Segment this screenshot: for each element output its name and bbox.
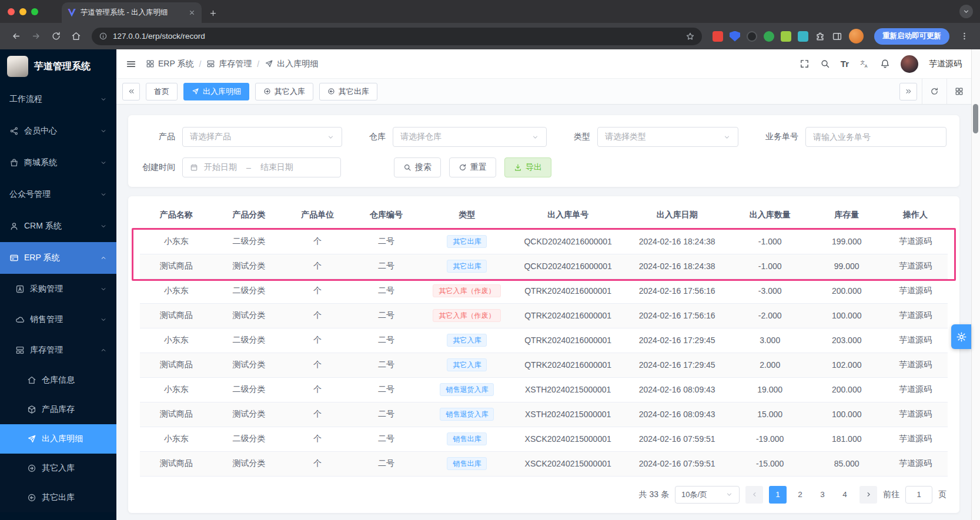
tabs-menu-button[interactable] — [946, 79, 971, 104]
biz-no-input[interactable] — [805, 127, 946, 147]
side-panel-icon[interactable] — [832, 31, 842, 42]
calendar-icon — [190, 163, 198, 172]
sidebar-item-3[interactable]: 公众号管理 — [0, 179, 116, 210]
cell-operator: 芋道源码 — [883, 279, 948, 303]
user-avatar[interactable] — [901, 55, 918, 73]
tab-0[interactable]: 首页 — [146, 83, 178, 100]
gear-icon — [956, 331, 967, 343]
cell-type: 其它入库（作废） — [423, 303, 511, 328]
reload-button[interactable] — [47, 28, 65, 45]
page-scrollbar[interactable] — [971, 49, 980, 520]
scrollbar-thumb[interactable] — [973, 104, 978, 133]
cell-date: 2024-02-16 17:56:16 — [624, 279, 730, 303]
page-button-3[interactable]: 3 — [814, 486, 831, 504]
sidebar-item-13[interactable]: 其它出库 — [0, 483, 116, 512]
extension-teal-icon[interactable] — [798, 31, 808, 42]
extension-lime-icon[interactable] — [781, 31, 791, 42]
collapse-sidebar-icon[interactable] — [126, 59, 136, 69]
sidebar-item-0[interactable]: 工作流程 — [0, 83, 116, 115]
sidebar-item-7[interactable]: 销售管理 — [0, 304, 116, 335]
site-info-icon[interactable] — [99, 32, 108, 41]
sidebar-item-4[interactable]: CRM 系统 — [0, 210, 116, 242]
page-content: 产品 请选择产品 仓库 请选择仓库 类型 — [116, 105, 971, 520]
minimize-window-button[interactable] — [19, 8, 26, 15]
sidebar-item-12[interactable]: 其它入库 — [0, 454, 116, 483]
sidebar-menu: 工作流程会员中心商城系统公众号管理CRM 系统ERP 系统采购管理销售管理库存管… — [0, 83, 116, 520]
sidebar-item-11[interactable]: 出入库明细 — [0, 424, 116, 454]
theme-settings-button[interactable] — [951, 324, 971, 349]
page-button-2[interactable]: 2 — [791, 486, 809, 504]
date-range-picker[interactable]: 开始日期 – 结束日期 — [182, 157, 341, 177]
scroll-tabs-left-button[interactable] — [122, 83, 140, 100]
notification-bell-icon[interactable] — [880, 59, 890, 69]
browser-tab[interactable]: 芋道管理系统 - 出入库明细 — [62, 2, 202, 23]
zoom-window-button[interactable] — [31, 8, 38, 15]
export-button[interactable]: 导出 — [504, 157, 551, 177]
close-tab-icon[interactable] — [188, 9, 196, 16]
extension-green-icon[interactable] — [764, 31, 774, 42]
menu-item-label: ERP 系统 — [24, 253, 100, 263]
back-button[interactable] — [7, 28, 25, 45]
tab-search-button[interactable] — [959, 5, 973, 18]
username[interactable]: 芋道源码 — [929, 59, 962, 69]
sidebar-item-2[interactable]: 商城系统 — [0, 147, 116, 179]
bookmark-star-icon[interactable] — [685, 32, 695, 41]
product-select[interactable]: 请选择产品 — [182, 127, 342, 147]
table-row-9: 测试商品测试分类个二号销售出库XSCK202402150000012024-02… — [140, 451, 948, 476]
double-chevron-left-icon — [128, 88, 135, 95]
sidebar-item-9[interactable]: 仓库信息 — [0, 365, 116, 395]
sidebar-item-6[interactable]: 采购管理 — [0, 274, 116, 304]
breadcrumb-item-1[interactable]: 库存管理 — [206, 59, 252, 69]
tab-label: 其它出库 — [339, 86, 369, 97]
goto-page-input[interactable] — [905, 486, 932, 504]
sidebar-item-8[interactable]: 库存管理 — [0, 335, 116, 365]
url-bar[interactable]: 127.0.0.1/erp/stock/record — [92, 28, 702, 45]
warehouse-filter: 仓库 请选择仓库 — [369, 127, 547, 147]
sidebar-item-10[interactable]: 产品库存 — [0, 395, 116, 424]
page-button-1[interactable]: 1 — [769, 486, 787, 504]
cell-type: 销售出库 — [423, 451, 511, 476]
type-filter-label: 类型 — [574, 132, 590, 142]
reset-button[interactable]: 重置 — [449, 157, 496, 177]
cell-unit: 个 — [285, 427, 350, 451]
extension-dark-icon[interactable] — [747, 31, 757, 42]
next-page-button[interactable] — [859, 486, 877, 504]
prev-page-button[interactable] — [745, 486, 763, 504]
browser-update-button[interactable]: 重新启动即可更新 — [874, 28, 949, 45]
extensions-puzzle-icon[interactable] — [815, 31, 825, 42]
type-tag: 其它出库 — [447, 260, 487, 273]
warehouse-select[interactable]: 请选择仓库 — [393, 127, 547, 147]
breadcrumb-item-0[interactable]: ERP 系统 — [146, 59, 193, 69]
home-button[interactable] — [67, 28, 85, 45]
export-button-label: 导出 — [526, 162, 542, 173]
app-logo[interactable]: 芋道管理系统 — [0, 49, 116, 83]
tab-3[interactable]: 其它出库 — [319, 83, 377, 100]
page-size-select[interactable]: 10条/页 — [675, 486, 740, 504]
tab-1[interactable]: 出入库明细 — [183, 83, 249, 100]
sidebar-item-1[interactable]: 会员中心 — [0, 115, 116, 147]
search-button[interactable]: 搜索 — [394, 157, 441, 177]
extension-red-icon[interactable] — [713, 31, 723, 42]
translate-icon[interactable]: 文A — [859, 59, 869, 69]
fullscreen-icon[interactable] — [800, 59, 810, 69]
tab-2[interactable]: 其它入库 — [255, 83, 313, 100]
cell-order_no: QCKD20240216000001 — [511, 229, 624, 254]
sidebar-item-5[interactable]: ERP 系统 — [0, 242, 116, 274]
cell-order_no: QTRK20240216000001 — [511, 279, 624, 303]
cell-date: 2024-02-16 07:59:51 — [624, 427, 730, 451]
new-tab-button[interactable] — [209, 9, 218, 18]
search-icon[interactable] — [820, 59, 830, 69]
cell-operator: 芋道源码 — [883, 254, 948, 279]
font-size-icon[interactable]: Tr — [841, 59, 849, 69]
type-select[interactable]: 请选择类型 — [597, 127, 738, 147]
browser-profile-avatar[interactable] — [849, 29, 864, 43]
close-window-button[interactable] — [8, 8, 15, 15]
refresh-tab-button[interactable] — [922, 79, 946, 104]
warehouse-select-placeholder: 请选择仓库 — [400, 132, 441, 142]
browser-menu-button[interactable] — [955, 28, 973, 45]
breadcrumb-item-2[interactable]: 出入库明细 — [265, 59, 318, 69]
extension-shield-icon[interactable] — [730, 31, 740, 42]
scroll-tabs-right-button[interactable] — [899, 83, 917, 100]
page-button-4[interactable]: 4 — [836, 486, 854, 504]
forward-button[interactable] — [27, 28, 45, 45]
